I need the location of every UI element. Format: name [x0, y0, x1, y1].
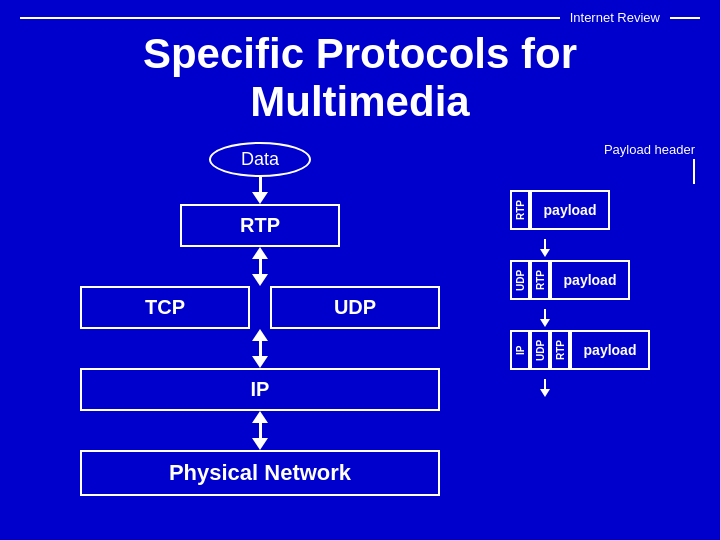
tcp-udp-row: TCP UDP — [80, 286, 440, 329]
arrow-line — [544, 239, 546, 249]
arrow-line — [544, 309, 546, 319]
row3-ip-cell: IP — [510, 330, 530, 370]
payload-row-2: UDP RTP payload — [510, 260, 630, 300]
header-right-line — [670, 17, 700, 19]
ip-box: IP — [80, 368, 440, 411]
row3-udp-cell: UDP — [530, 330, 550, 370]
arrow-head-down — [252, 192, 268, 204]
ip-to-phys-arrow — [252, 411, 268, 450]
page-title: Specific Protocols for Multimedia — [0, 30, 720, 127]
row2-rtp-cell: RTP — [530, 260, 550, 300]
main-content: Data RTP TCP UDP IP — [0, 142, 720, 496]
header-left-line — [20, 17, 560, 19]
payload-header-bracket — [510, 159, 695, 184]
right-payload-diagram: Payload header RTP payload UDP RTP paylo… — [500, 142, 700, 496]
payload-row-3: IP UDP RTP payload — [510, 330, 650, 370]
arrow-head-down — [252, 274, 268, 286]
arrow-line-segment — [259, 177, 262, 192]
bracket-vertical — [693, 159, 695, 184]
arrow-head-up — [252, 329, 268, 341]
title-line1: Specific Protocols for — [0, 30, 720, 78]
row3-rtp-cell: RTP — [550, 330, 570, 370]
data-oval: Data — [209, 142, 311, 177]
udp-box: UDP — [270, 286, 440, 329]
row2-udp-cell: UDP — [510, 260, 530, 300]
rtp-to-row-arrow — [252, 247, 268, 286]
payload-header-area: Payload header — [510, 142, 700, 184]
physical-network-box: Physical Network — [80, 450, 440, 496]
row3-payload-cell: payload — [570, 330, 650, 370]
internet-review-label: Internet Review — [570, 10, 660, 25]
arrow-head-down — [252, 356, 268, 368]
title-line2: Multimedia — [0, 78, 720, 126]
row1-payload-cell: payload — [530, 190, 610, 230]
row2-to-row3-arrow — [540, 309, 550, 327]
arrow-line-segment — [259, 259, 262, 274]
arrow-head-down — [252, 438, 268, 450]
arrow-head — [540, 319, 550, 327]
data-to-rtp-arrow — [252, 177, 268, 204]
arrow-line-segment — [259, 423, 262, 438]
payload-header-label: Payload header — [510, 142, 695, 157]
row2-payload-cell: payload — [550, 260, 630, 300]
left-protocol-diagram: Data RTP TCP UDP IP — [20, 142, 500, 496]
arrow-line-segment — [259, 341, 262, 356]
arrow-line — [544, 379, 546, 389]
arrow-head-up — [252, 411, 268, 423]
header-area: Internet Review — [0, 0, 720, 25]
row3-bottom-arrow — [540, 379, 550, 397]
arrow-head — [540, 249, 550, 257]
arrow-head — [540, 389, 550, 397]
rtp-box: RTP — [180, 204, 340, 247]
row1-to-row2-arrow — [540, 239, 550, 257]
arrow-head-up — [252, 247, 268, 259]
row-to-ip-arrow — [252, 329, 268, 368]
row1-rtp-cell: RTP — [510, 190, 530, 230]
tcp-box: TCP — [80, 286, 250, 329]
payload-row-1: RTP payload — [510, 190, 610, 230]
